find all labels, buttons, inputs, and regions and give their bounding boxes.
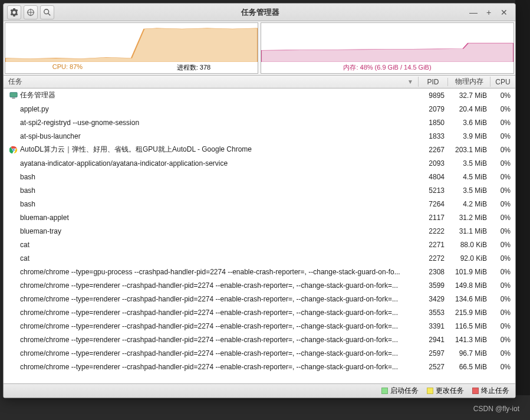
process-name-cell: blueman-tray <box>4 227 419 235</box>
table-row[interactable]: ayatana-indicator-application/ayatana-in… <box>4 156 515 170</box>
process-cpu-cell: 0% <box>491 281 515 290</box>
view-button[interactable] <box>24 5 38 19</box>
close-icon: ✕ <box>501 8 508 17</box>
header-pid[interactable]: PID <box>419 78 448 86</box>
process-name: bash <box>20 186 35 195</box>
process-pid-cell: 2267 <box>419 146 448 154</box>
table-row[interactable]: bash52133.5 MiB0% <box>4 183 515 197</box>
process-mem-cell: 134.6 MiB <box>448 295 491 303</box>
process-cpu-cell: 0% <box>491 119 515 127</box>
process-name: cat <box>20 241 29 249</box>
table-row[interactable]: chrome/chrome --type=gpu-process --crash… <box>4 265 515 278</box>
process-cpu-cell: 0% <box>491 132 515 140</box>
memory-graph[interactable]: 内存: 48% (6.9 GiB / 14.5 GiB) <box>261 22 514 74</box>
background-terminal <box>515 0 530 395</box>
process-name-cell: chrome/chrome --type=renderer --crashpad… <box>4 363 419 371</box>
settings-button[interactable] <box>7 5 21 19</box>
process-mem-cell: 3.5 MiB <box>448 159 491 168</box>
window-title: 任务管理器 <box>58 7 462 18</box>
watermark: CSDN @fly-iot <box>473 405 519 413</box>
process-pid-cell: 2117 <box>419 214 448 222</box>
table-row[interactable]: at-spi2-registryd --use-gnome-session185… <box>4 116 515 129</box>
table-row[interactable]: chrome/chrome --type=renderer --crashpad… <box>4 333 515 346</box>
process-name: bash <box>20 173 35 181</box>
process-name: bash <box>20 200 35 208</box>
maximize-button[interactable]: + <box>483 7 494 18</box>
header-memory[interactable]: 物理内存 <box>448 77 491 87</box>
table-row[interactable]: cat227292.0 KiB0% <box>4 251 515 265</box>
table-row[interactable]: chrome/chrome --type=renderer --crashpad… <box>4 306 515 319</box>
window-controls: — + ✕ <box>462 7 515 18</box>
table-row[interactable]: bash48044.5 MiB0% <box>4 170 515 183</box>
process-pid-cell: 2271 <box>419 241 448 249</box>
process-name-cell: chrome/chrome --type=renderer --crashpad… <box>4 322 419 330</box>
table-row[interactable]: at-spi-bus-launcher18333.9 MiB0% <box>4 129 515 143</box>
sort-arrow-icon: ▼ <box>407 78 413 85</box>
process-cpu-cell: 0% <box>491 186 515 195</box>
header-task[interactable]: 任务 ▼ <box>4 77 419 87</box>
process-pid-cell: 2308 <box>419 268 448 276</box>
process-pid-cell: 3391 <box>419 322 448 330</box>
header-cpu-label: CPU <box>495 78 510 86</box>
process-pid-cell: 7264 <box>419 200 448 208</box>
search-icon <box>43 8 51 17</box>
process-mem-cell: 3.6 MiB <box>448 119 491 127</box>
table-row[interactable]: applet.py207920.4 MiB0% <box>4 102 515 116</box>
task-manager-window: 任务管理器 — + ✕ CPU: 87% 进程数: 378 内存: 48% (6… <box>3 3 516 398</box>
memory-graph-labels: 内存: 48% (6.9 GiB / 14.5 GiB) <box>261 62 513 73</box>
process-name-cell: bash <box>4 200 419 208</box>
legend-start-task[interactable]: 启动任务 <box>381 386 419 396</box>
process-pid-cell: 2941 <box>419 336 448 344</box>
table-row[interactable]: chrome/chrome --type=renderer --crashpad… <box>4 360 515 373</box>
process-cpu-cell: 0% <box>491 336 515 344</box>
process-mem-cell: 149.8 MiB <box>448 281 491 290</box>
cpu-graph[interactable]: CPU: 87% 进程数: 378 <box>5 22 258 74</box>
process-name: at-spi-bus-launcher <box>20 132 81 140</box>
table-row[interactable]: blueman-applet211731.2 MiB0% <box>4 211 515 224</box>
green-box-icon <box>381 388 388 394</box>
process-name: applet.py <box>20 105 49 113</box>
process-pid-cell: 2527 <box>419 363 448 371</box>
process-name: at-spi2-registryd --use-gnome-session <box>20 119 139 127</box>
cpu-chart-svg <box>5 23 258 62</box>
table-row[interactable]: blueman-tray222231.1 MiB0% <box>4 224 515 238</box>
process-mem-cell: 3.9 MiB <box>448 132 491 140</box>
process-pid-cell: 1850 <box>419 119 448 127</box>
table-row[interactable]: chrome/chrome --type=renderer --crashpad… <box>4 319 515 333</box>
table-row[interactable]: chrome/chrome --type=renderer --crashpad… <box>4 278 515 292</box>
column-headers: 任务 ▼ PID 物理内存 CPU <box>4 76 515 88</box>
table-row[interactable]: AutoDL算力云｜弹性、好用、省钱。租GPU就上AutoDL - Google… <box>4 143 515 156</box>
table-row[interactable]: bash72644.2 MiB0% <box>4 197 515 211</box>
table-row[interactable]: chrome/chrome --type=renderer --crashpad… <box>4 292 515 306</box>
process-name-cell: applet.py <box>4 105 419 113</box>
process-list[interactable]: 任务管理器989532.7 MiB0%applet.py207920.4 MiB… <box>4 88 515 383</box>
process-name-cell: chrome/chrome --type=renderer --crashpad… <box>4 309 419 317</box>
header-cpu[interactable]: CPU <box>491 78 515 86</box>
process-name: chrome/chrome --type=renderer --crashpad… <box>20 309 398 317</box>
bottom-legend: 启动任务 更改任务 终止任务 <box>4 383 515 398</box>
process-mem-cell: 101.9 MiB <box>448 268 491 276</box>
process-name-cell: AutoDL算力云｜弹性、好用、省钱。租GPU就上AutoDL - Google… <box>4 145 419 155</box>
table-row[interactable]: 任务管理器989532.7 MiB0% <box>4 88 515 102</box>
memory-usage-label: 内存: 48% (6.9 GiB / 14.5 GiB) <box>343 63 431 72</box>
process-count-label: 进程数: 378 <box>177 63 210 72</box>
process-cpu-cell: 0% <box>491 105 515 113</box>
process-mem-cell: 88.0 KiB <box>448 241 491 249</box>
process-mem-cell: 32.7 MiB <box>448 91 491 100</box>
close-button[interactable]: ✕ <box>499 7 509 18</box>
graphs-row: CPU: 87% 进程数: 378 内存: 48% (6.9 GiB / 14.… <box>4 21 515 76</box>
minimize-button[interactable]: — <box>468 7 479 18</box>
process-mem-cell: 215.9 MiB <box>448 309 491 317</box>
process-mem-cell: 96.7 MiB <box>448 349 491 357</box>
legend-change-task[interactable]: 更改任务 <box>427 386 464 396</box>
table-row[interactable]: cat227188.0 KiB0% <box>4 238 515 251</box>
process-pid-cell: 3553 <box>419 309 448 317</box>
process-name: cat <box>20 254 29 262</box>
legend-stop-task[interactable]: 终止任务 <box>472 386 509 396</box>
table-row[interactable]: chrome/chrome --type=renderer --crashpad… <box>4 346 515 360</box>
process-name: blueman-tray <box>20 227 61 235</box>
search-button[interactable] <box>40 5 54 19</box>
maximize-icon: + <box>486 8 491 17</box>
process-cpu-cell: 0% <box>491 159 515 168</box>
process-name: chrome/chrome --type=renderer --crashpad… <box>20 295 398 303</box>
